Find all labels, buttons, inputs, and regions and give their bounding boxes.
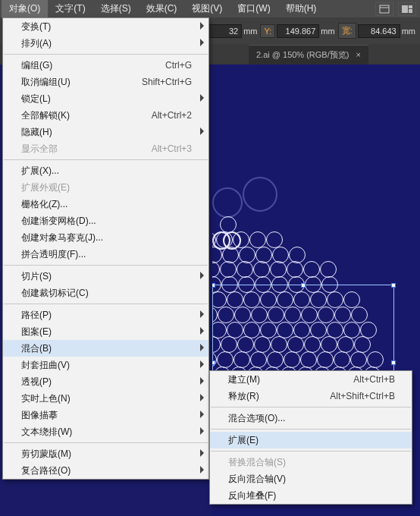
menu-item-label: 显示全部	[21, 143, 58, 156]
object-menu-item[interactable]: 透视(P)	[3, 373, 208, 390]
canvas-circle	[268, 307, 284, 323]
canvas-circle	[238, 276, 255, 293]
object-menu-item[interactable]: 全部解锁(K)Alt+Ctrl+2	[3, 107, 208, 124]
canvas-circle	[222, 247, 239, 263]
menu-item-shortcut: Alt+Ctrl+3	[130, 143, 192, 154]
object-menu-item[interactable]: 实时上色(N)	[3, 390, 208, 407]
canvas-circle	[243, 322, 260, 338]
menu-item-label: 透视(P)	[21, 376, 52, 389]
canvas-circle	[305, 276, 321, 293]
canvas-circle	[227, 291, 243, 308]
canvas-circle	[289, 247, 306, 263]
canvas-circle	[237, 336, 254, 353]
w-unit: mm	[400, 27, 417, 36]
canvas-circle	[272, 247, 289, 263]
w-value[interactable]: 84.643	[358, 24, 400, 38]
canvas-circle	[293, 322, 310, 338]
object-menu-item[interactable]: 文本绕排(W)	[3, 423, 208, 440]
canvas-circle	[227, 322, 243, 338]
menu-window[interactable]: 窗口(W)	[230, 0, 277, 17]
canvas-circle	[327, 291, 343, 308]
y-value[interactable]: 149.867	[277, 24, 319, 38]
object-menu-item[interactable]: 混合(B)	[3, 340, 208, 357]
canvas-circle	[287, 336, 304, 353]
object-menu-item[interactable]: 栅格化(Z)...	[3, 196, 208, 212]
object-menu-item[interactable]: 剪切蒙版(M)	[3, 445, 208, 462]
menu-item-label: 建立(M)	[228, 373, 260, 386]
canvas-circle	[354, 336, 371, 353]
menu-item-label: 取消编组(U)	[21, 76, 71, 89]
canvas-circle	[234, 351, 250, 368]
blend-submenu-item[interactable]: 混合选项(O)...	[210, 410, 412, 426]
canvas-circle	[254, 336, 271, 353]
svg-rect-4	[409, 9, 412, 13]
canvas-circle	[255, 247, 272, 263]
canvas-circle	[212, 247, 222, 263]
blend-submenu-item[interactable]: 建立(M)Alt+Ctrl+B	[210, 371, 412, 388]
blend-submenu-item[interactable]: 反向混合轴(V)	[210, 470, 412, 487]
object-menu-item[interactable]: 锁定(L)	[3, 90, 208, 107]
menubar: 对象(O) 文字(T) 选择(S) 效果(C) 视图(V) 窗口(W) 帮助(H…	[0, 0, 420, 17]
canvas-circle	[212, 261, 220, 278]
canvas-circle	[271, 276, 288, 293]
object-menu-item[interactable]: 图像描摹	[3, 407, 208, 423]
object-menu-item[interactable]: 拼合透明度(F)...	[3, 246, 208, 263]
canvas-circle	[321, 276, 338, 293]
object-menu-item[interactable]: 编组(G)Ctrl+G	[3, 57, 208, 74]
canvas-circle	[334, 307, 351, 323]
menu-type[interactable]: 文字(T)	[48, 0, 92, 17]
submenu-arrow-icon	[200, 310, 204, 318]
canvas-circle	[318, 307, 334, 323]
canvas-circle	[360, 322, 377, 338]
object-menu-item[interactable]: 创建对象马赛克(J)...	[3, 229, 208, 246]
menu-help[interactable]: 帮助(H)	[278, 0, 324, 17]
object-menu-item[interactable]: 排列(A)	[3, 35, 208, 52]
object-menu-item[interactable]: 切片(S)	[3, 268, 208, 285]
object-menu-item[interactable]: 取消编组(U)Shift+Ctrl+G	[3, 74, 208, 90]
arrange-icon[interactable]	[398, 2, 416, 16]
menu-view[interactable]: 视图(V)	[184, 0, 230, 17]
menu-item-label: 创建裁切标记(C)	[21, 287, 89, 300]
menu-item-label: 复合路径(O)	[21, 464, 71, 477]
menu-item-label: 扩展(X)...	[21, 165, 59, 178]
document-tab[interactable]: 2.ai @ 150% (RGB/预览) ×	[249, 45, 368, 64]
canvas-circle	[217, 351, 234, 368]
object-menu-item[interactable]: 隐藏(H)	[3, 124, 208, 140]
canvas-circle	[233, 231, 249, 248]
object-menu-item[interactable]: 封套扭曲(V)	[3, 357, 208, 373]
object-menu-item[interactable]: 创建渐变网格(D)...	[3, 212, 208, 229]
object-menu-item[interactable]: 变换(T)	[3, 18, 208, 35]
object-menu-item[interactable]: 路径(P)	[3, 307, 208, 323]
canvas-circle	[277, 322, 293, 338]
canvas-circle	[260, 291, 277, 308]
submenu-arrow-icon	[200, 127, 204, 135]
blend-submenu-item[interactable]: 释放(R)Alt+Shift+Ctrl+B	[210, 388, 412, 404]
canvas-circle	[334, 351, 350, 368]
canvas-circle	[284, 351, 300, 368]
close-icon[interactable]: ×	[356, 50, 361, 59]
blend-submenu-item[interactable]: 扩展(E)	[210, 432, 412, 448]
submenu-arrow-icon	[200, 411, 204, 418]
menu-effect[interactable]: 效果(C)	[139, 0, 185, 17]
submenu-arrow-icon	[200, 466, 204, 474]
submenu-arrow-icon	[200, 344, 204, 351]
canvas-circle	[212, 291, 227, 308]
menu-item-label: 实时上色(N)	[21, 392, 71, 405]
menu-item-label: 替换混合轴(S)	[228, 456, 286, 469]
object-menu-item[interactable]: 复合路径(O)	[3, 462, 208, 479]
blend-submenu-item[interactable]: 反向堆叠(F)	[210, 487, 412, 504]
object-menu-item[interactable]: 创建裁切标记(C)	[3, 285, 208, 301]
canvas-circle	[221, 336, 237, 353]
submenu-arrow-icon	[200, 39, 204, 46]
canvas-circle	[267, 351, 284, 368]
menu-item-label: 变换(T)	[21, 20, 51, 33]
canvas-circle	[277, 291, 293, 308]
canvas-circle	[266, 231, 283, 248]
object-menu-item[interactable]: 图案(E)	[3, 323, 208, 340]
doc-layout-icon[interactable]	[375, 2, 393, 16]
object-menu-item[interactable]: 扩展(X)...	[3, 162, 208, 179]
menu-select[interactable]: 选择(S)	[93, 0, 139, 17]
menu-item-label: 混合选项(O)...	[228, 412, 285, 425]
canvas-circle	[255, 276, 271, 293]
menu-object[interactable]: 对象(O)	[2, 0, 48, 17]
